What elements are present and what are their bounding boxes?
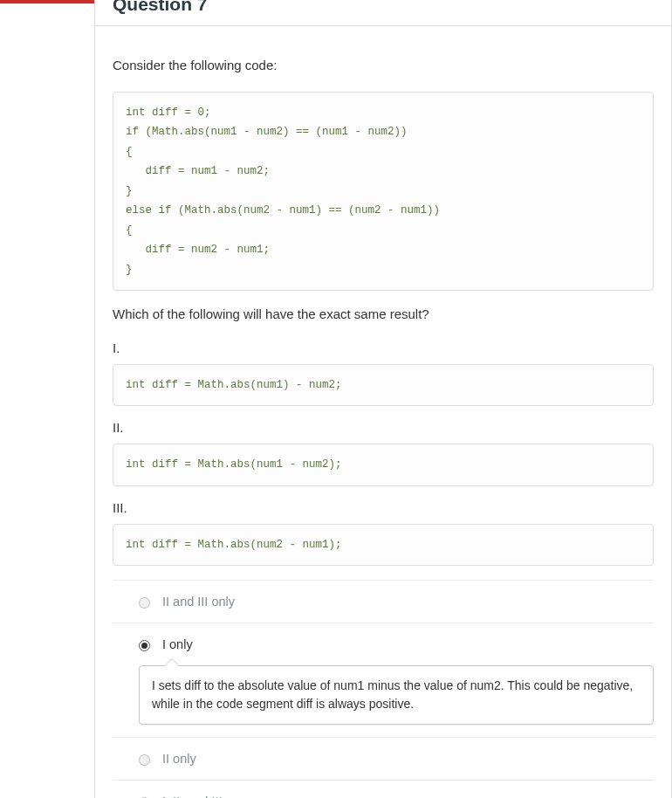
option-b[interactable]: I only — [113, 623, 654, 665]
code-block-III: int diff = Math.abs(num2 - num1); — [113, 524, 654, 567]
option-c[interactable]: II only — [113, 737, 654, 780]
option-a[interactable]: II and III only — [113, 580, 654, 623]
question-title: Question 7 — [95, 0, 671, 26]
question-content: Consider the following code: int diff = … — [95, 26, 671, 798]
code-block-II: int diff = Math.abs(num1 - num2); — [113, 444, 654, 486]
alt-label-I: I. — [113, 341, 654, 355]
radio-icon — [139, 754, 150, 766]
progress-bar — [0, 0, 94, 3]
option-b-feedback: I sets diff to the absolute value of num… — [139, 665, 654, 725]
radio-icon — [139, 640, 150, 651]
page-layout: Question 7 Consider the following code: … — [0, 0, 672, 798]
question-prompt: Which of the following will have the exa… — [113, 305, 654, 325]
sidebar — [0, 0, 94, 798]
answer-options: II and III only I only I sets diff to th… — [113, 580, 654, 798]
option-a-label: II and III only — [162, 595, 235, 609]
option-c-label: II only — [162, 752, 196, 766]
code-block-main: int diff = 0; if (Math.abs(num1 - num2) … — [113, 92, 654, 292]
question-intro: Consider the following code: — [113, 56, 654, 76]
alt-label-III: III. — [113, 500, 654, 515]
option-b-label: I only — [162, 637, 193, 651]
code-block-I: int diff = Math.abs(num1) - num2; — [113, 364, 654, 407]
option-b-feedback-wrap: I sets diff to the absolute value of num… — [113, 665, 654, 737]
main-panel: Question 7 Consider the following code: … — [94, 0, 672, 798]
radio-icon — [139, 597, 150, 609]
option-d-label: I, II, and III — [162, 795, 223, 798]
alt-label-II: II. — [113, 420, 654, 435]
option-d[interactable]: I, II, and III — [113, 780, 654, 798]
